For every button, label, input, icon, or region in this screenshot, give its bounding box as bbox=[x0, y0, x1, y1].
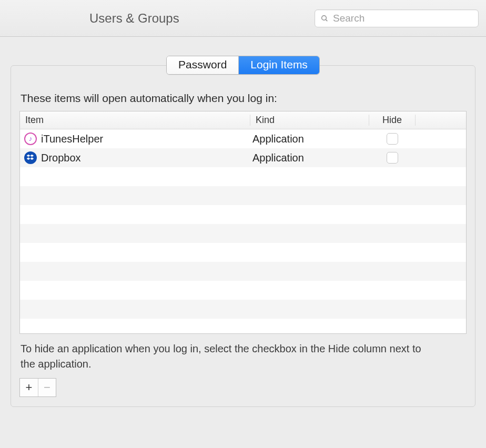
search-field-wrap[interactable] bbox=[315, 9, 479, 27]
table-row-empty bbox=[20, 224, 466, 243]
login-items-panel: These items will open automatically when… bbox=[11, 65, 475, 407]
add-button[interactable]: + bbox=[20, 379, 38, 396]
table-row-empty bbox=[20, 319, 466, 334]
hide-checkbox[interactable] bbox=[387, 152, 398, 164]
login-items-hint: To hide an application when you log in, … bbox=[21, 341, 436, 372]
table-row-empty bbox=[20, 300, 466, 319]
table-row-empty bbox=[20, 186, 466, 205]
add-remove-control: + − bbox=[19, 378, 56, 397]
tab-login-items[interactable]: Login Items bbox=[239, 56, 319, 74]
window-title: Users & Groups bbox=[89, 11, 179, 26]
item-name: iTunesHelper bbox=[41, 133, 103, 145]
column-header-hide[interactable]: Hide bbox=[369, 115, 416, 126]
remove-button[interactable]: − bbox=[38, 379, 56, 396]
table-row[interactable]: DropboxApplication bbox=[20, 148, 466, 167]
svg-line-1 bbox=[326, 19, 327, 21]
table-row-empty bbox=[20, 243, 466, 262]
item-name: Dropbox bbox=[41, 152, 81, 164]
tab-bar: Password Login Items bbox=[0, 56, 486, 75]
cell-item: iTunesHelper bbox=[20, 133, 250, 145]
itunes-icon bbox=[24, 133, 37, 145]
cell-kind: Application bbox=[250, 152, 369, 164]
search-input[interactable] bbox=[332, 12, 473, 25]
table-body: iTunesHelperApplicationDropboxApplicatio… bbox=[20, 129, 466, 334]
login-items-intro: These items will open automatically when… bbox=[21, 92, 467, 105]
dropbox-icon bbox=[24, 151, 37, 164]
search-icon bbox=[320, 14, 329, 23]
tab-password[interactable]: Password bbox=[167, 56, 239, 74]
table-row[interactable]: iTunesHelperApplication bbox=[20, 129, 466, 148]
table-header: Item Kind Hide bbox=[20, 111, 466, 129]
cell-kind: Application bbox=[250, 133, 369, 145]
table-row-empty bbox=[20, 167, 466, 186]
login-items-table: Item Kind Hide iTunesHelperApplicationDr… bbox=[19, 111, 467, 334]
svg-point-0 bbox=[322, 15, 327, 20]
column-header-item[interactable]: Item bbox=[20, 115, 250, 126]
table-row-empty bbox=[20, 205, 466, 224]
window-toolbar: Users & Groups bbox=[0, 0, 486, 37]
cell-hide bbox=[369, 133, 416, 145]
column-header-kind[interactable]: Kind bbox=[250, 115, 369, 126]
cell-hide bbox=[369, 152, 416, 164]
hide-checkbox[interactable] bbox=[387, 133, 398, 145]
cell-item: Dropbox bbox=[20, 151, 250, 164]
table-row-empty bbox=[20, 262, 466, 281]
segmented-control: Password Login Items bbox=[166, 56, 320, 75]
table-row-empty bbox=[20, 281, 466, 300]
